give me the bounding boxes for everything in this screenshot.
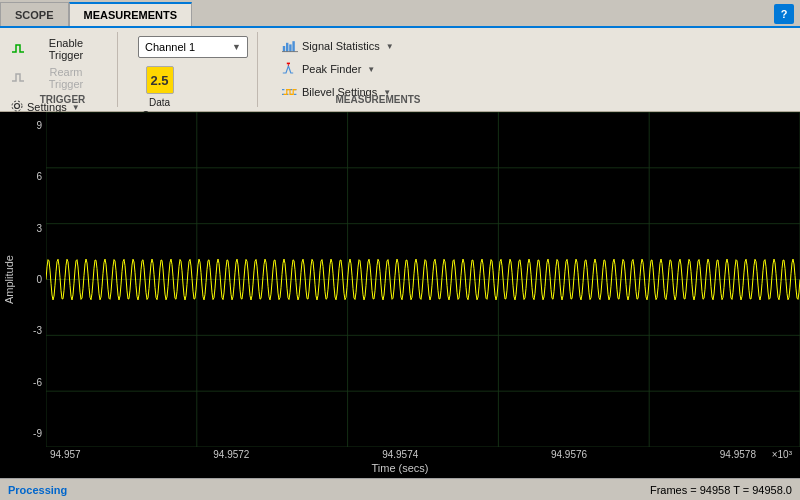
- peak-finder-dropdown-arrow: ▼: [367, 65, 375, 74]
- svg-rect-3: [286, 43, 288, 52]
- measurements-group: Signal Statistics ▼ Peak Finder ▼: [278, 32, 478, 107]
- data-cursors-icon: 2.5: [146, 66, 174, 94]
- signal-statistics-icon: [282, 38, 298, 54]
- channel-dropdown-arrow: ▼: [232, 42, 241, 52]
- y-axis-ticks: 9 6 3 0 -3 -6 -9: [18, 112, 46, 447]
- channel-value: Channel 1: [145, 41, 232, 53]
- svg-rect-2: [283, 46, 285, 52]
- svg-rect-8: [287, 63, 290, 65]
- x-axis-row: 94.957 94.9572 94.9574 94.9576 94.9578 ×…: [0, 447, 800, 460]
- help-button[interactable]: ?: [774, 4, 794, 24]
- peak-finder-icon: [282, 61, 298, 77]
- svg-rect-4: [289, 44, 291, 51]
- signal-statistics-button[interactable]: Signal Statistics ▼: [278, 36, 398, 56]
- channel-group: Channel 1 ▼ 2.5 Data Cursors ▼: [138, 32, 258, 107]
- rearm-trigger-button[interactable]: Rearm Trigger: [8, 65, 103, 91]
- app-window: SCOPE MEASUREMENTS ? Enable Trigger: [0, 0, 800, 500]
- status-frames: Frames = 94958 T = 94958.0: [650, 484, 792, 496]
- plot-wrapper: Amplitude 9 6 3 0 -3 -6 -9: [0, 112, 800, 447]
- x-axis-ticks: 94.957 94.9572 94.9574 94.9576 94.9578: [46, 447, 760, 460]
- status-processing: Processing: [8, 484, 67, 496]
- data-cursors-label: Data: [149, 97, 170, 108]
- channel-selector[interactable]: Channel 1 ▼: [138, 36, 248, 58]
- x-scale-note: ×10³: [760, 447, 800, 460]
- measurements-group-label: MEASUREMENTS: [278, 94, 478, 105]
- y-axis-label: Amplitude: [0, 112, 18, 447]
- plot-area: [46, 112, 800, 447]
- tab-measurements[interactable]: MEASUREMENTS: [69, 2, 193, 26]
- svg-rect-5: [292, 41, 294, 51]
- plot-section: Amplitude 9 6 3 0 -3 -6 -9 94.957 94.957…: [0, 112, 800, 478]
- ribbon: Enable Trigger Rearm Trigger: [0, 28, 800, 112]
- signal-stats-dropdown-arrow: ▼: [386, 42, 394, 51]
- enable-trigger-button[interactable]: Enable Trigger: [8, 36, 103, 62]
- trigger-group-label: TRIGGER: [8, 94, 117, 105]
- x-axis-label: Time (secs): [0, 460, 800, 478]
- peak-finder-button[interactable]: Peak Finder ▼: [278, 59, 398, 79]
- trigger-rearm-icon: [10, 71, 26, 85]
- trigger-group: Enable Trigger Rearm Trigger: [8, 32, 118, 107]
- trigger-enable-icon: [10, 42, 26, 56]
- tab-scope[interactable]: SCOPE: [0, 2, 69, 26]
- tab-bar: SCOPE MEASUREMENTS ?: [0, 0, 800, 28]
- signal-canvas: [46, 112, 800, 447]
- status-bar: Processing Frames = 94958 T = 94958.0: [0, 478, 800, 500]
